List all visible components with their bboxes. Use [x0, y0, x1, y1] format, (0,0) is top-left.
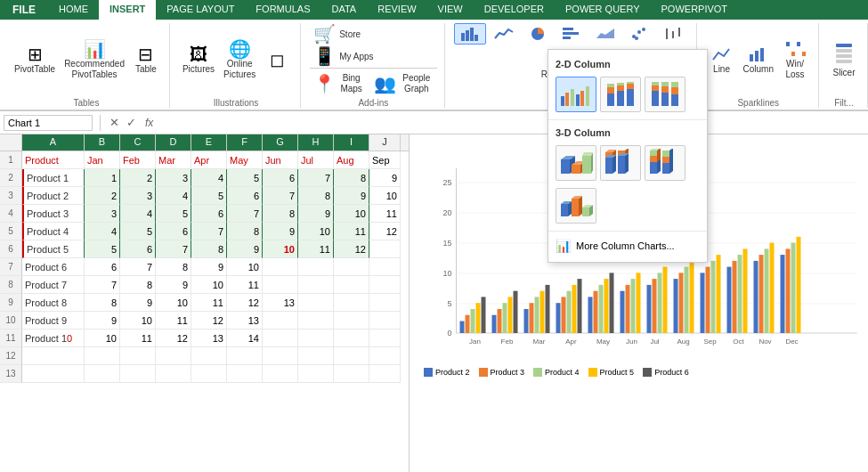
cell-h9[interactable]	[298, 294, 334, 312]
cell-i10[interactable]	[334, 312, 369, 330]
tab-developer[interactable]: DEVELOPER	[474, 0, 555, 20]
cell-e4[interactable]: 6	[191, 205, 227, 223]
cell-c1[interactable]: Feb	[120, 151, 156, 169]
cell-j9[interactable]	[369, 294, 401, 312]
cell-f3[interactable]: 6	[227, 187, 263, 205]
cell-a1[interactable]: Product	[22, 151, 85, 169]
confirm-formula-icon[interactable]: ✓	[125, 116, 138, 129]
cell-c8[interactable]: 8	[120, 276, 156, 294]
cell-b8[interactable]: 7	[85, 276, 120, 294]
cell-d8[interactable]: 9	[156, 276, 191, 294]
cell-h8[interactable]	[298, 276, 334, 294]
tab-page-layout[interactable]: PAGE LAYOUT	[156, 0, 245, 20]
cell-g9[interactable]: 13	[263, 294, 298, 312]
cell-h7[interactable]	[298, 258, 334, 276]
tab-power-query[interactable]: POWER QUERY	[555, 0, 651, 20]
3d-clustered-btn[interactable]	[556, 145, 596, 181]
cell-b2[interactable]: 1	[85, 169, 120, 187]
cell-a5[interactable]: Product 4	[22, 223, 85, 240]
cell-a3[interactable]: Product 2	[22, 187, 85, 205]
cell-d5[interactable]: 6	[156, 223, 191, 240]
cell-d4[interactable]: 5	[156, 205, 191, 223]
bing-maps-button[interactable]: 📍 Bing Maps	[310, 70, 367, 96]
cell-i2[interactable]: 8	[334, 169, 369, 187]
cell-c5[interactable]: 5	[120, 223, 156, 240]
cell-b11[interactable]: 10	[85, 330, 120, 347]
cell-i7[interactable]	[334, 258, 369, 276]
col-header-f[interactable]: F	[227, 134, 263, 151]
cancel-formula-icon[interactable]: ✕	[108, 116, 121, 129]
cell-g3[interactable]: 7	[263, 187, 298, 205]
cell-b4[interactable]: 3	[85, 205, 120, 223]
pie-chart-button[interactable]	[522, 24, 554, 44]
cell-e10[interactable]: 12	[191, 312, 227, 330]
cell-d9[interactable]: 10	[156, 294, 191, 312]
table-button[interactable]: ⊟ Table	[130, 44, 162, 77]
cell-g4[interactable]: 8	[263, 205, 298, 223]
cell-f5[interactable]: 8	[227, 223, 263, 240]
3d-100-stacked-btn[interactable]	[645, 145, 685, 181]
cell-d10[interactable]: 11	[156, 312, 191, 330]
cell-j6[interactable]	[369, 240, 401, 258]
cell-j4[interactable]: 11	[369, 205, 401, 223]
cell-c9[interactable]: 9	[120, 294, 156, 312]
stacked-column-btn[interactable]	[600, 77, 641, 112]
3d-column-btn[interactable]	[556, 188, 596, 224]
cell-e11[interactable]: 13	[191, 330, 227, 347]
cell-h10[interactable]	[298, 312, 334, 330]
cell-f2[interactable]: 5	[227, 169, 263, 187]
cell-a6[interactable]: Product 5	[22, 240, 85, 258]
cell-j1[interactable]: Sep	[369, 151, 401, 169]
cell-f8[interactable]: 11	[227, 276, 263, 294]
cell-a11[interactable]: Product 10	[22, 330, 85, 347]
stock-chart-button[interactable]	[657, 24, 689, 44]
line-chart-button[interactable]	[488, 24, 520, 44]
cell-e7[interactable]: 9	[191, 258, 227, 276]
3d-stacked-btn[interactable]	[600, 145, 641, 181]
cell-e1[interactable]: Apr	[191, 151, 227, 169]
cell-d11[interactable]: 12	[156, 330, 191, 347]
cell-d3[interactable]: 4	[156, 187, 191, 205]
online-pictures-button[interactable]: 🌐 OnlinePictures	[220, 38, 259, 82]
cell-i3[interactable]: 9	[334, 187, 369, 205]
cell-h11[interactable]	[298, 330, 334, 347]
col-header-g[interactable]: G	[263, 134, 298, 151]
tab-powerpivot[interactable]: POWERPIVOT	[651, 0, 739, 20]
cell-e3[interactable]: 5	[191, 187, 227, 205]
cell-b10[interactable]: 9	[85, 312, 120, 330]
100-stacked-column-btn[interactable]	[645, 77, 685, 112]
cell-j3[interactable]: 10	[369, 187, 401, 205]
cell-j5[interactable]: 12	[369, 223, 401, 240]
name-box[interactable]	[4, 115, 93, 131]
cell-f6[interactable]: 9	[227, 240, 263, 258]
cell-h6[interactable]: 11	[298, 240, 334, 258]
shapes-button[interactable]: ◻	[261, 49, 293, 71]
cell-f1[interactable]: May	[227, 151, 263, 169]
pictures-button[interactable]: 🖼 Pictures	[179, 44, 218, 77]
cell-h5[interactable]: 10	[298, 223, 334, 240]
cell-e2[interactable]: 4	[191, 169, 227, 187]
col-header-a[interactable]: A	[22, 134, 85, 151]
more-column-charts-item[interactable]: 📊 More Column Charts...	[548, 235, 707, 256]
pivot-table-button[interactable]: ⊞ PivotTable	[11, 44, 59, 77]
cell-h2[interactable]: 7	[298, 169, 334, 187]
col-header-e[interactable]: E	[191, 134, 227, 151]
cell-g1[interactable]: Jun	[263, 151, 298, 169]
cell-i11[interactable]	[334, 330, 369, 347]
column-chart-button[interactable]	[454, 23, 486, 45]
cell-c7[interactable]: 7	[120, 258, 156, 276]
formula-input[interactable]	[160, 118, 864, 128]
line-sparkline-button[interactable]: Line	[706, 44, 738, 77]
cell-a9[interactable]: Product 8	[22, 294, 85, 312]
area-chart-button[interactable]	[589, 24, 621, 44]
col-header-c[interactable]: C	[120, 134, 156, 151]
cell-b7[interactable]: 6	[85, 258, 120, 276]
cell-f9[interactable]: 12	[227, 294, 263, 312]
cell-b5[interactable]: 4	[85, 223, 120, 240]
cell-i4[interactable]: 10	[334, 205, 369, 223]
bar-chart-button[interactable]	[556, 24, 588, 44]
cell-i1[interactable]: Aug	[334, 151, 369, 169]
cell-d1[interactable]: Mar	[156, 151, 191, 169]
cell-g7[interactable]	[263, 258, 298, 276]
tab-home[interactable]: HOME	[48, 0, 99, 20]
